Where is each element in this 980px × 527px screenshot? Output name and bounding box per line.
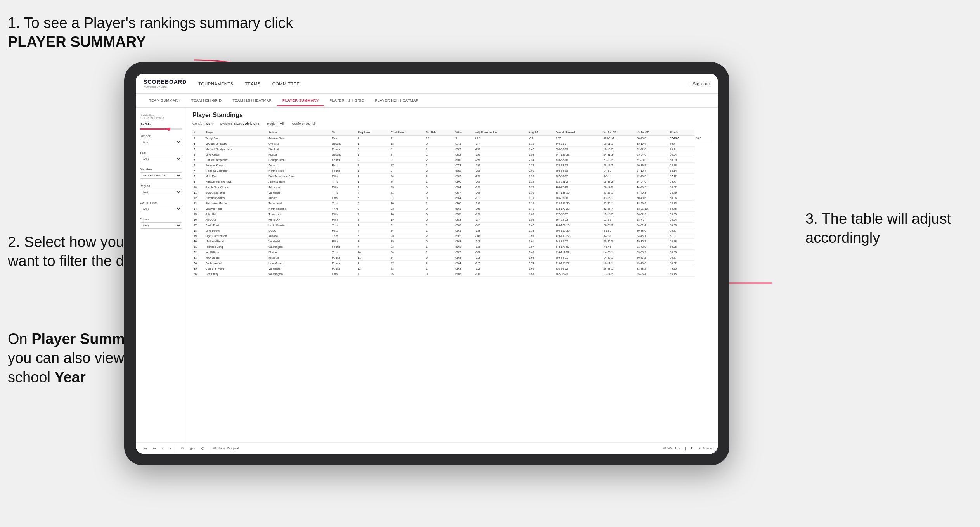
data-cell: 2 <box>357 157 390 163</box>
data-cell: Fourth <box>331 261 357 266</box>
back-btn[interactable]: ‹ <box>161 446 165 451</box>
clock-btn[interactable]: ⏱ <box>199 446 206 451</box>
nav-teams[interactable]: TEAMS <box>245 80 260 88</box>
watch-btn[interactable]: 👁 Watch ▾ <box>663 446 680 450</box>
forward-btn[interactable]: › <box>168 446 172 451</box>
data-cell: 448-85-27 <box>554 239 603 244</box>
data-cell: 1.66 <box>528 212 554 217</box>
data-cell: 1 <box>425 163 454 168</box>
conference-select[interactable]: (All) <box>140 206 182 212</box>
slider-thumb[interactable] <box>167 128 170 131</box>
tab-team-h2h-heatmap[interactable]: TEAM H2H HEATMAP <box>227 95 277 106</box>
tab-player-h2h-grid[interactable]: PLAYER H2H GRID <box>324 95 369 106</box>
data-cell: 14-20-1 <box>603 255 635 261</box>
points-cell: 58.14 <box>669 168 695 174</box>
division-select[interactable]: NCAA Division I <box>140 172 182 179</box>
region-select[interactable]: N/A <box>140 189 182 195</box>
rank-cell: 22 <box>192 250 204 255</box>
rank-cell: 11 <box>192 190 204 195</box>
rank-cell: 18 <box>192 228 204 233</box>
table-row: 15Jake HallTennesseeFifth718068.5-1.51.6… <box>192 212 712 217</box>
data-cell: -2.7 <box>474 141 528 147</box>
table-row: 20Matthew RiedelVanderbiltFifth319569.8-… <box>192 239 712 244</box>
tab-player-h2h-heatmap[interactable]: PLAYER H2H HEATMAP <box>370 95 424 106</box>
data-cell: 67.3 <box>454 163 474 168</box>
data-cell: 1 <box>425 244 454 250</box>
data-cell: 1.73 <box>528 185 554 190</box>
data-cell: 50-18-6 <box>635 195 668 201</box>
data-cell: -1.5 <box>474 212 528 217</box>
table-row: 14Maxwell FordNorth CarolinaThird323069.… <box>192 206 712 212</box>
gender-select[interactable]: Men <box>140 139 182 145</box>
update-time: Update time: 27/03/2024 16:56:26 <box>140 114 182 119</box>
data-cell: Third <box>331 190 357 195</box>
table-row: 5Christo LamprechtGeorgia TechFourth2212… <box>192 157 712 163</box>
data-cell: 49-35-9 <box>635 239 668 244</box>
tab-team-h2h-grid[interactable]: TEAM H2H GRID <box>186 95 227 106</box>
data-cell: 533-57-16 <box>554 157 603 163</box>
data-cell: Arkansas <box>267 185 331 190</box>
data-cell: Arizona State <box>267 179 331 185</box>
data-cell: 14-26-1 <box>603 250 635 255</box>
data-cell: 6 <box>357 201 390 206</box>
data-cell: 0.74 <box>528 261 554 266</box>
data-cell: 1.98 <box>528 152 554 157</box>
data-cell: 31-15-1 <box>603 195 635 201</box>
view-label: 👁 View: Original <box>213 446 239 450</box>
points-cell: 50.98 <box>669 239 695 244</box>
points-cell: 58.18 <box>669 163 695 168</box>
redo-btn[interactable]: ↪ <box>151 446 158 451</box>
data-cell: First <box>331 228 357 233</box>
data-cell: 1 <box>357 261 390 266</box>
data-cell: 21 <box>390 223 425 228</box>
rank-cell: 21 <box>192 244 204 250</box>
nav-tournaments[interactable]: TOURNAMENTS <box>198 80 233 88</box>
data-cell: 1.47 <box>528 147 554 152</box>
copy-btn[interactable]: ⧉ <box>179 445 185 451</box>
tab-team-summary[interactable]: TEAM SUMMARY <box>144 95 186 106</box>
logo-text: SCOREBOARD <box>144 79 187 85</box>
data-cell: Fifth <box>331 217 357 223</box>
data-cell: North Florida <box>267 168 331 174</box>
data-cell: 377-82-17 <box>554 212 603 217</box>
data-cell: 381-61-11 <box>603 136 635 141</box>
data-cell: 69.8 <box>454 255 474 261</box>
table-row: 4Luke ClatonFloridaSecond127268.2-1.61.9… <box>192 152 712 157</box>
paste-btn[interactable]: ⊕ · <box>188 446 197 451</box>
player-select[interactable]: (All) <box>140 222 182 229</box>
year-select[interactable]: (All) <box>140 156 182 162</box>
data-cell: 88.2 <box>694 136 712 141</box>
data-cell: 3 <box>357 206 390 212</box>
tab-player-summary[interactable]: PLAYER SUMMARY <box>277 95 324 106</box>
table-row: 18Luke PowellUCLAFirst424169.1-1.81.1350… <box>192 228 712 233</box>
export-btn[interactable]: ⬆ <box>690 446 693 450</box>
data-cell: 69.1 <box>454 228 474 233</box>
data-cell: 0 <box>425 217 454 223</box>
data-cell: 67.1 <box>454 141 474 147</box>
slider-track[interactable] <box>140 128 182 130</box>
conference-label: Conference <box>140 201 182 204</box>
data-cell: 24-31-3 <box>603 152 635 157</box>
data-cell: 23 <box>390 185 425 190</box>
share-btn[interactable]: ↗ Share <box>698 446 712 450</box>
nav-committee[interactable]: COMMITTEE <box>272 80 300 88</box>
data-cell: Arizona State <box>267 136 331 141</box>
rank-cell: 9 <box>192 179 204 185</box>
player-cell: Brendan Valdes <box>204 195 268 201</box>
player-cell: Jackson Koivun <box>204 163 268 168</box>
data-cell: Fourth <box>331 244 357 250</box>
rank-cell: 7 <box>192 168 204 174</box>
data-cell: Auburn <box>267 163 331 168</box>
logo-sub: Powered by dippi <box>144 85 187 88</box>
data-cell: 24-45-1 <box>635 233 668 239</box>
nav-pipe: | <box>689 81 690 86</box>
player-cell: Maxwell Ford <box>204 206 268 212</box>
toolbar-right: 👁 Watch ▾ | ⬆ ↗ Share <box>663 446 712 450</box>
undo-btn[interactable]: ↩ <box>142 446 148 451</box>
data-cell: 440-26-6 <box>554 141 603 147</box>
col-vs-top25: Vs Top 25 <box>603 130 635 136</box>
data-cell: 19 <box>390 239 425 244</box>
data-cell: 19-11-1 <box>603 141 635 147</box>
nav-sign-out[interactable]: Sign out <box>693 80 710 88</box>
table-row: 19Tiger ChristensenArizonaThird523269.2-… <box>192 233 712 239</box>
